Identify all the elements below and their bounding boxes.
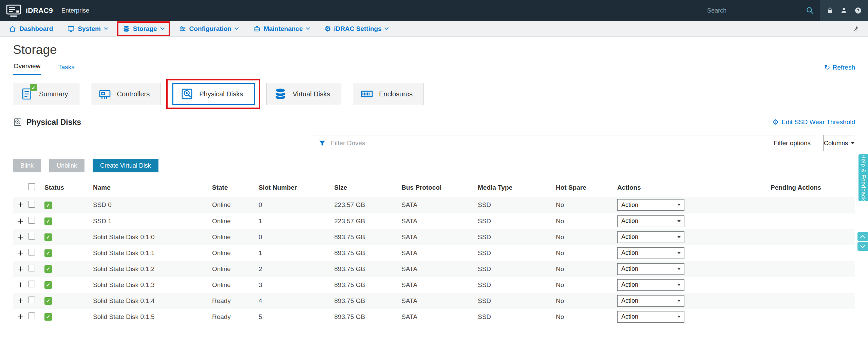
card-physical-disks[interactable]: Physical Disks xyxy=(172,83,255,105)
lock-icon[interactable] xyxy=(826,6,834,15)
action-select-label: Action xyxy=(618,249,674,256)
refresh-label: Refresh xyxy=(832,64,855,71)
filter-drives-input[interactable] xyxy=(331,139,769,147)
card-controllers[interactable]: Controllers xyxy=(91,83,161,105)
action-select-label: Action xyxy=(618,202,674,209)
cell-hot-spare: No xyxy=(556,293,617,309)
cell-name: SSD 0 xyxy=(93,197,212,213)
cell-bus-protocol: SATA xyxy=(401,293,478,309)
help-icon[interactable]: ? xyxy=(854,6,862,15)
action-select-label: Action xyxy=(618,281,674,288)
row-checkbox[interactable] xyxy=(28,265,35,271)
gear-icon xyxy=(324,25,331,33)
topbar-icon-panel: ? xyxy=(820,0,868,21)
row-checkbox[interactable] xyxy=(28,281,35,287)
card-enclosures[interactable]: Enclosures xyxy=(353,83,424,105)
expand-row-button[interactable] xyxy=(18,280,24,290)
expand-row-button[interactable] xyxy=(18,264,24,274)
card-summary[interactable]: Summary xyxy=(13,83,79,105)
select-all-checkbox[interactable] xyxy=(28,183,35,190)
filter-row: Filter options Columns xyxy=(13,135,855,151)
action-select[interactable]: Action xyxy=(617,231,684,243)
tab-tasks[interactable]: Tasks xyxy=(57,63,75,75)
expand-row-button[interactable] xyxy=(18,312,24,322)
expand-row-button[interactable] xyxy=(18,216,24,226)
action-select[interactable]: Action xyxy=(617,295,684,307)
nav-item-system[interactable]: System xyxy=(67,25,108,33)
expand-row-button[interactable] xyxy=(18,200,24,210)
topbar: iDRAC9 Enterprise xyxy=(0,0,868,21)
action-select[interactable]: Action xyxy=(617,247,684,259)
expand-row-button[interactable] xyxy=(18,296,24,306)
blink-button[interactable]: Blink xyxy=(13,159,41,172)
status-ok-icon xyxy=(44,297,52,305)
nav-item-configuration[interactable]: Configuration xyxy=(179,25,239,33)
col-media-type: Media Type xyxy=(478,180,556,197)
chevron-down-icon xyxy=(160,27,165,30)
disk-toolbar: Blink Unblink Create Virtual Disk xyxy=(13,159,855,172)
nav-item-storage[interactable]: Storage xyxy=(122,25,165,33)
cell-media-type: SSD xyxy=(478,229,556,245)
row-checkbox[interactable] xyxy=(28,201,35,208)
search-icon[interactable] xyxy=(806,6,814,15)
row-checkbox[interactable] xyxy=(28,233,35,240)
row-checkbox[interactable] xyxy=(28,297,35,303)
expand-row-button[interactable] xyxy=(18,232,24,242)
tab-overview[interactable]: Overview xyxy=(13,62,41,75)
search-input[interactable] xyxy=(707,7,806,14)
physical-disks-table: Status Name State Slot Number Size Bus P… xyxy=(13,180,855,325)
cell-state: Ready xyxy=(212,309,259,325)
unblink-button[interactable]: Unblink xyxy=(49,159,84,172)
cell-slot-number: 2 xyxy=(259,261,334,277)
card-label: Summary xyxy=(39,90,68,98)
row-checkbox[interactable] xyxy=(28,217,35,224)
cell-bus-protocol: SATA xyxy=(401,229,478,245)
cell-name: Solid State Disk 0:1:5 xyxy=(93,309,212,325)
table-row: Solid State Disk 0:1:0 Online 0 893.75 G… xyxy=(13,229,855,245)
scroll-buttons xyxy=(857,232,868,251)
action-select-label: Action xyxy=(618,297,674,304)
check-badge-icon xyxy=(30,84,37,91)
cell-state: Online xyxy=(212,277,259,293)
expand-row-button[interactable] xyxy=(18,248,24,258)
columns-dropdown-button[interactable]: Columns xyxy=(823,135,855,151)
scroll-down-button[interactable] xyxy=(857,242,868,251)
nav-item-idrac-settings[interactable]: iDRAC Settings xyxy=(324,25,389,33)
pin-icon[interactable] xyxy=(852,25,859,33)
card-virtual-disks[interactable]: Virtual Disks xyxy=(266,83,341,105)
edit-ssd-wear-threshold-link[interactable]: Edit SSD Wear Threshold xyxy=(772,118,855,126)
cell-name: Solid State Disk 0:1:3 xyxy=(93,277,212,293)
user-icon[interactable] xyxy=(840,6,848,15)
cell-pending-actions xyxy=(771,277,855,293)
row-checkbox[interactable] xyxy=(28,249,35,255)
help-feedback-tab[interactable]: Help & Feedback xyxy=(858,154,868,201)
create-virtual-disk-button[interactable]: Create Virtual Disk xyxy=(93,159,158,172)
action-select[interactable]: Action xyxy=(617,215,684,227)
physical-disk-icon xyxy=(180,87,194,101)
cell-size: 893.75 GB xyxy=(334,229,401,245)
action-select[interactable]: Action xyxy=(617,311,684,323)
svg-text:?: ? xyxy=(857,8,860,13)
action-select[interactable]: Action xyxy=(617,263,684,275)
action-select-label: Action xyxy=(618,265,674,272)
cell-state: Online xyxy=(212,245,259,261)
row-checkbox[interactable] xyxy=(28,312,35,319)
action-select[interactable]: Action xyxy=(617,279,684,291)
page-tabs: Overview Tasks Refresh xyxy=(0,62,868,75)
cell-media-type: SSD xyxy=(478,213,556,229)
refresh-link[interactable]: Refresh xyxy=(824,63,855,75)
page-title: Storage xyxy=(13,43,855,57)
nav-item-dashboard[interactable]: Dashboard xyxy=(9,25,53,33)
col-name: Name xyxy=(93,180,212,197)
status-ok-icon xyxy=(44,265,52,273)
summary-icon xyxy=(20,87,34,101)
card-label: Virtual Disks xyxy=(293,90,330,98)
nav-item-maintenance[interactable]: Maintenance xyxy=(253,25,310,33)
cell-size: 893.75 GB xyxy=(334,293,401,309)
card-label: Physical Disks xyxy=(199,90,243,98)
filter-drives-box: Filter options xyxy=(312,135,817,151)
scroll-up-button[interactable] xyxy=(857,232,868,241)
cell-name: Solid State Disk 0:1:1 xyxy=(93,245,212,261)
filter-options-link[interactable]: Filter options xyxy=(774,139,811,147)
action-select[interactable]: Action xyxy=(617,199,684,211)
